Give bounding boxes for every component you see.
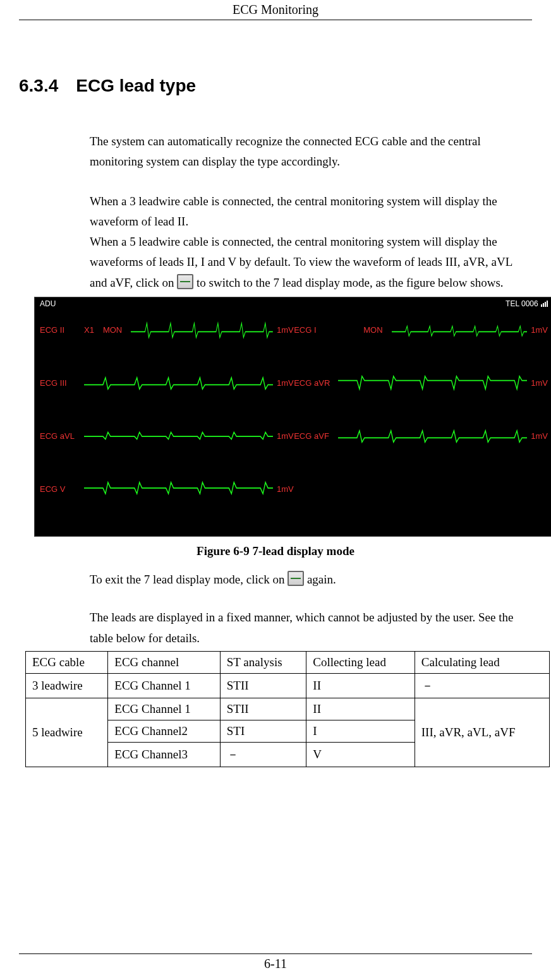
paragraph-exit: To exit the 7 lead display mode, click o… <box>90 570 532 590</box>
paragraph-intro: The system can automatically recognize t… <box>90 131 532 172</box>
th-ecg-channel: ECG channel <box>108 651 220 673</box>
section-title: ECG lead type <box>76 76 196 96</box>
th-ecg-cable: ECG cable <box>26 651 108 673</box>
lead-config-table: ECG cable ECG channel ST analysis Collec… <box>25 651 550 767</box>
ecg-lead-avr: ECG aVR 1mV <box>294 372 548 393</box>
paragraph-3lead: When a 3 leadwire cable is connected, th… <box>90 191 532 232</box>
page-footer: 6-11 <box>19 953 532 971</box>
ecg-lead-i: ECG I MON 1mV <box>294 319 548 340</box>
figure-caption: Figure 6-9 7-lead display mode <box>19 544 532 558</box>
monitor-tel-label: TEL 0006 <box>506 299 548 309</box>
th-st-analysis: ST analysis <box>220 651 306 673</box>
ecg-lead-ii: ECG II X1 MON 1mV <box>40 319 294 340</box>
page-header: ECG Monitoring <box>19 0 532 20</box>
table-row: 5 leadwire ECG Channel 1 STII II III, aV… <box>26 698 550 720</box>
ecg-lead-iii: ECG III 1mV <box>40 372 294 393</box>
lead-mode-toggle-icon[interactable] <box>288 571 304 586</box>
table-row: 3 leadwire ECG Channel 1 STII II － <box>26 673 550 698</box>
monitor-patient-label: ADU <box>40 299 56 309</box>
ecg-lead-avl: ECG aVL 1mV <box>40 425 294 446</box>
paragraph-5lead: When a 5 leadwire cable is connected, th… <box>90 232 532 293</box>
lead-mode-toggle-icon[interactable] <box>177 274 193 289</box>
section-number: 6.3.4 <box>19 76 58 96</box>
table-header-row: ECG cable ECG channel ST analysis Collec… <box>26 651 550 673</box>
th-collecting-lead: Collecting lead <box>306 651 415 673</box>
ecg-lead-avf: ECG aVF 1mV <box>294 425 548 446</box>
th-calculating-lead: Calculating lead <box>415 651 549 673</box>
paragraph-5lead-after: to switch to the 7 lead display mode, as… <box>197 276 503 289</box>
ecg-monitor-screenshot: ADU TEL 0006 ECG II X1 MON 1mV ECG I MON… <box>34 297 551 537</box>
ecg-lead-v: ECG V 1mV <box>40 478 294 499</box>
signal-strength-icon <box>540 300 548 309</box>
paragraph-table-intro: The leads are displayed in a fixed manne… <box>90 607 532 648</box>
